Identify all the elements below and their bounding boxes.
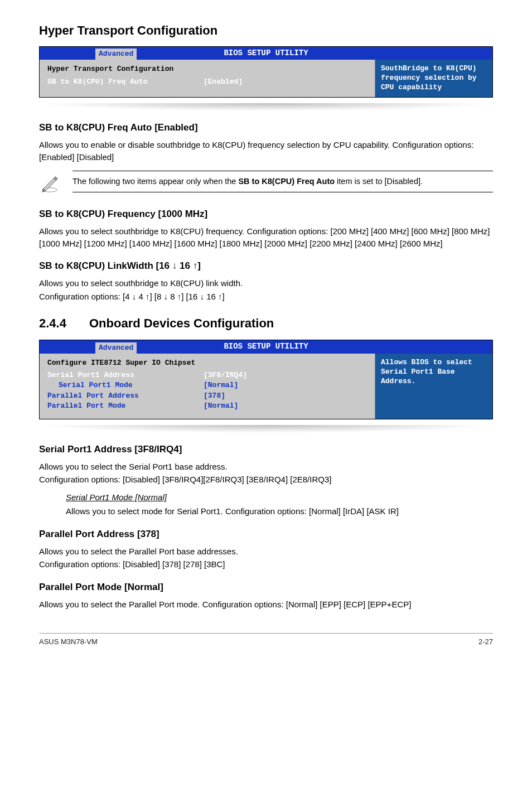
bios-section-heading: Configure ITE8712 Super IO Chipset <box>47 358 367 368</box>
bios-titlebar-text: BIOS SETUP UTILITY <box>224 342 308 351</box>
heading-parallel-addr: Parallel Port Address [378] <box>39 528 493 541</box>
body-parallel-addr-2: Configuration options: [Disabled] [378] … <box>39 558 493 571</box>
bios-tab-advanced[interactable]: Advanced <box>95 49 137 60</box>
section-number: 2.4.4 <box>39 315 89 332</box>
heading-sb-freq: SB to K8(CPU) Frequency [1000 MHz] <box>39 207 493 221</box>
bios-help-text: SouthBridge to K8(CPU) frequency selecti… <box>381 64 487 93</box>
heading-parallel-mode: Parallel Port Mode [Normal] <box>39 581 493 594</box>
bios-row-value: [378] <box>204 391 225 401</box>
heading-sb-auto: SB to K8(CPU) Freq Auto [Enabled] <box>39 121 493 134</box>
bios-row-value: [Normal] <box>204 380 238 390</box>
bios-row[interactable]: SB to K8(CPU) Freq Auto [Enabled] <box>47 77 367 87</box>
note-text-bold: SB to K8(CPU) Freq Auto <box>238 177 335 186</box>
bios-titlebar-text: BIOS SETUP UTILITY <box>224 49 308 57</box>
body-serial-mode: Allows you to select mode for Serial Por… <box>66 505 493 518</box>
body-sb-auto: Allows you to enable or disable southbri… <box>39 139 493 163</box>
bios-row[interactable]: Serial Port1 Mode [Normal] <box>47 380 367 390</box>
note-text-part1: The following two items appear only when… <box>72 177 238 186</box>
bios-tab-advanced[interactable]: Advanced <box>95 342 137 354</box>
body-sb-freq: Allows you to select southbridge to K8(C… <box>39 225 493 250</box>
section-title-hyper: Hyper Transport Configuration <box>39 22 493 40</box>
bios-titlebar: BIOS SETUP UTILITY Advanced <box>40 340 492 354</box>
section-title-onboard: 2.4.4Onboard Devices Configuration <box>39 315 493 332</box>
body-sb-link-2: Configuration options: [4 ↓ 4 ↑] [8 ↓ 8 … <box>39 291 493 303</box>
bios-panel-hyper: BIOS SETUP UTILITY Advanced Hyper Transp… <box>39 46 493 98</box>
decorative-shadow <box>39 103 493 111</box>
bios-row-label: Parallel Port Address <box>47 391 204 401</box>
bios-row[interactable]: Parallel Port Address [378] <box>47 391 367 401</box>
footer-page-number: 2-27 <box>478 637 493 647</box>
bios-section-heading: Hyper Transport Configuration <box>47 64 367 74</box>
footer-left: ASUS M3N78-VM <box>39 637 98 647</box>
bios-row-value: [Normal] <box>204 401 238 411</box>
bios-help-pane: SouthBridge to K8(CPU) frequency selecti… <box>375 60 492 97</box>
bios-titlebar: BIOS SETUP UTILITY Advanced <box>40 47 492 60</box>
body-serial-addr-2: Configuration options: [Disabled] [3F8/I… <box>39 474 493 486</box>
bios-row[interactable]: Parallel Port Mode [Normal] <box>47 401 367 411</box>
bios-row-label: SB to K8(CPU) Freq Auto <box>47 77 204 87</box>
bios-row[interactable]: Serial Port1 Address [3F8/IRQ4] <box>47 370 367 380</box>
bios-row-value: [3F8/IRQ4] <box>204 370 247 380</box>
bios-left-pane: Configure ITE8712 Super IO Chipset Seria… <box>40 354 375 419</box>
bios-left-pane: Hyper Transport Configuration SB to K8(C… <box>40 60 375 97</box>
page-footer: ASUS M3N78-VM 2-27 <box>39 633 493 647</box>
decorative-shadow <box>39 425 493 433</box>
note-box: The following two items appear only when… <box>39 171 493 197</box>
bios-row-label: Parallel Port Mode <box>47 401 204 411</box>
bios-help-pane: Allows BIOS to select Serial Port1 Base … <box>375 354 492 419</box>
bios-row-value: [Enabled] <box>204 77 243 87</box>
bios-panel-onboard: BIOS SETUP UTILITY Advanced Configure IT… <box>39 340 493 419</box>
section-title-text: Onboard Devices Configuration <box>89 316 274 330</box>
bios-help-text: Allows BIOS to select Serial Port1 Base … <box>381 358 487 386</box>
heading-sb-link: SB to K8(CPU) LinkWidth [16 ↓ 16 ↑] <box>39 259 493 273</box>
note-text-part2: item is set to [Disabled]. <box>335 177 423 186</box>
heading-serial-addr: Serial Port1 Address [3F8/IRQ4] <box>39 443 493 456</box>
body-parallel-addr-1: Allows you to select the Parallel Port b… <box>39 545 493 558</box>
bios-row-label: Serial Port1 Address <box>47 370 204 380</box>
bios-row-label: Serial Port1 Mode <box>47 380 204 390</box>
heading-serial-mode: Serial Port1 Mode [Normal] <box>66 491 493 503</box>
indented-block-serial-mode: Serial Port1 Mode [Normal] Allows you to… <box>66 491 493 518</box>
body-sb-link-1: Allows you to select southbridge to K8(C… <box>39 277 493 289</box>
body-serial-addr-1: Allows you to select the Serial Port1 ba… <box>39 461 493 473</box>
body-parallel-mode: Allows you to select the Parallel Port m… <box>39 598 493 611</box>
note-text: The following two items appear only when… <box>72 171 493 192</box>
pencil-note-icon <box>39 171 60 197</box>
